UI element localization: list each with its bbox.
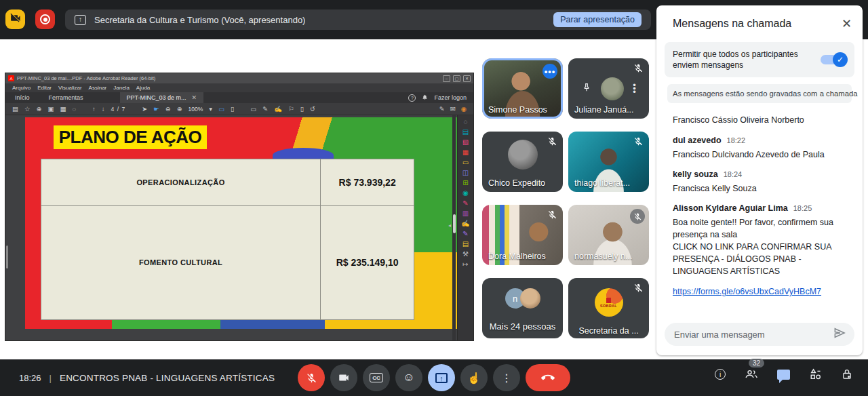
stamp-tool-icon[interactable]: ✍	[461, 220, 469, 227]
present-button[interactable]: ↑	[428, 364, 455, 391]
scrollbar-thumb[interactable]	[453, 214, 456, 233]
save-icon[interactable]: ▤	[12, 106, 18, 113]
zoom-in-icon[interactable]: ⊕	[177, 106, 182, 113]
message-text: Francisca Kelly Souza	[673, 182, 846, 195]
document-scrollbar[interactable]	[452, 115, 456, 340]
undo-icon[interactable]: ↺	[310, 106, 315, 113]
more-tools-icon[interactable]: ⚒	[462, 251, 469, 258]
participant-tile-chico[interactable]: Chico Expedito	[482, 132, 563, 192]
fit-width-icon[interactable]: ▭	[218, 106, 224, 113]
mic-button[interactable]	[298, 364, 325, 391]
copy-tool-icon[interactable]: ▤	[462, 241, 469, 248]
bell-icon[interactable]	[422, 94, 428, 102]
chat-message-input[interactable]	[674, 330, 833, 340]
chat-button[interactable]	[777, 370, 790, 380]
menu-janela[interactable]: Janela	[113, 85, 130, 91]
message-link[interactable]: https://forms.gle/o6vsUbxCadVyHBcM7	[673, 287, 821, 296]
meeting-details-button[interactable]: i	[715, 369, 726, 380]
hand-tool-icon[interactable]: ☛	[153, 106, 159, 113]
pen-icon[interactable]: ✎	[439, 106, 445, 113]
export-pdf-tool-icon[interactable]: ▤	[462, 129, 469, 136]
zoom-dropdown-icon[interactable]: ▾	[209, 106, 212, 113]
fazer-logon-button[interactable]: Fazer logon	[434, 94, 467, 101]
acrobat-title-bar[interactable]: A PPT-MINC_03 de mai....PDF - Adobe Acro…	[5, 73, 473, 83]
share-icon[interactable]: ⊕	[37, 106, 42, 113]
participant-tile-secretaria[interactable]: SOBRAL Secretaria da ...	[568, 278, 649, 338]
participant-tile-dora[interactable]: Dora Malheiros	[482, 205, 563, 265]
menu-ajuda[interactable]: Ajuda	[136, 85, 150, 91]
sign-icon[interactable]: ✍	[274, 106, 282, 113]
people-button[interactable]: 32	[744, 368, 759, 381]
participant-tile-juliane[interactable]: ••• Juliane Januá...	[568, 58, 649, 119]
minimize-icon[interactable]: –	[443, 75, 450, 82]
menu-visualizar[interactable]: Visualizar	[58, 85, 82, 91]
participant-tile-simone[interactable]: ••• Simone Passos	[482, 58, 563, 119]
menu-arquivo[interactable]: Arquivo	[12, 85, 31, 91]
more-options-button[interactable]: ⋮	[493, 364, 520, 391]
page-up-icon[interactable]: ↑	[92, 106, 96, 113]
end-call-button[interactable]	[526, 364, 570, 391]
send-message-icon[interactable]	[833, 326, 846, 342]
search-icon[interactable]: ◌	[72, 106, 76, 113]
mic-off-icon	[547, 136, 557, 149]
camera-button[interactable]	[330, 364, 357, 391]
page-indicator[interactable]: 4 / 7	[111, 106, 126, 113]
chat-message: kelly souza 18:24 Francisca Kelly Souza	[673, 170, 846, 195]
allow-messages-toggle[interactable]: ✓	[821, 55, 846, 64]
activities-button[interactable]	[808, 368, 823, 381]
close-tab-icon[interactable]: ✕	[192, 94, 197, 101]
left-scrollbar-thumb[interactable]	[6, 245, 8, 269]
stop-presenting-button[interactable]: Parar apresentação	[553, 12, 642, 27]
zoom-level[interactable]: 100%	[189, 106, 203, 113]
more-options-icon[interactable]: •••	[542, 64, 557, 79]
help-icon[interactable]: ?	[408, 94, 416, 102]
print-icon[interactable]: ▦	[60, 106, 66, 113]
star-icon[interactable]: ☆	[24, 106, 31, 113]
menu-editar[interactable]: Editar	[37, 85, 52, 91]
measure-tool-icon[interactable]: ✎	[462, 231, 468, 237]
create-pdf-tool-icon[interactable]: ▦	[462, 149, 469, 156]
host-controls-button[interactable]	[841, 368, 853, 381]
page-icon[interactable]: ▣	[47, 106, 54, 113]
edit-pdf-tool-icon[interactable]: ⊞	[462, 180, 468, 186]
tab-inicio[interactable]: Início	[5, 94, 39, 101]
document-tab[interactable]: PPT-MINC_03 de m... ✕	[120, 92, 204, 103]
tile-menu-icon[interactable]: •••	[633, 83, 636, 94]
participant-tile-normasuely[interactable]: normasuely n...	[568, 205, 649, 265]
expand-panel-icon[interactable]: ↦	[462, 261, 468, 268]
protect-tool-icon[interactable]: ▥	[462, 210, 469, 217]
scan-tool-icon[interactable]: ◉	[462, 190, 469, 197]
camera-off-chip[interactable]	[5, 9, 25, 29]
fit-page-icon[interactable]: ▯	[231, 106, 234, 113]
captions-button[interactable]: CC	[363, 364, 390, 391]
close-icon[interactable]: ✕	[463, 75, 471, 82]
collapse-panel-icon[interactable]: ◂	[448, 222, 451, 229]
overflow-tile-mais-pessoas[interactable]: n Mais 24 pessoas	[482, 278, 563, 338]
camera-off-icon	[9, 12, 21, 26]
close-chat-icon[interactable]: ✕	[842, 18, 852, 30]
page-down-icon[interactable]: ↓	[102, 106, 105, 113]
toggle-check-icon: ✓	[833, 52, 848, 67]
pin-icon[interactable]	[581, 82, 592, 96]
participant-tile-thiago[interactable]: thiago liberat...	[568, 132, 649, 192]
stamp-icon[interactable]: ⚐	[288, 106, 294, 113]
search-tool-icon[interactable]: ◌	[464, 119, 468, 125]
delete-icon[interactable]: ▯	[300, 106, 304, 113]
restore-icon[interactable]: ▢	[453, 75, 460, 82]
fill-sign-tool-icon[interactable]: ✎	[462, 200, 468, 207]
zoom-out-icon[interactable]: ⊖	[165, 106, 171, 113]
tab-ferramentas[interactable]: Ferramentas	[39, 94, 93, 101]
menu-assinar[interactable]: Assinar	[89, 85, 107, 91]
overflow-count-label: Mais 24 pessoas	[482, 321, 563, 332]
highlight-icon[interactable]: ✎	[262, 106, 268, 113]
recording-chip[interactable]	[35, 9, 55, 29]
mail-icon[interactable]: ✉	[450, 106, 456, 113]
combine-files-tool-icon[interactable]: ◫	[462, 170, 469, 176]
reactions-button[interactable]: ☺	[395, 364, 422, 391]
comment-icon[interactable]: ▭	[250, 106, 256, 113]
raise-hand-button[interactable]: ☝	[460, 364, 488, 391]
account-icon[interactable]: ◉	[461, 106, 467, 113]
organize-pages-tool-icon[interactable]: ▧	[462, 139, 469, 146]
comment-tool-icon[interactable]: ▭	[462, 159, 469, 166]
select-tool-icon[interactable]: ➤	[142, 106, 147, 113]
